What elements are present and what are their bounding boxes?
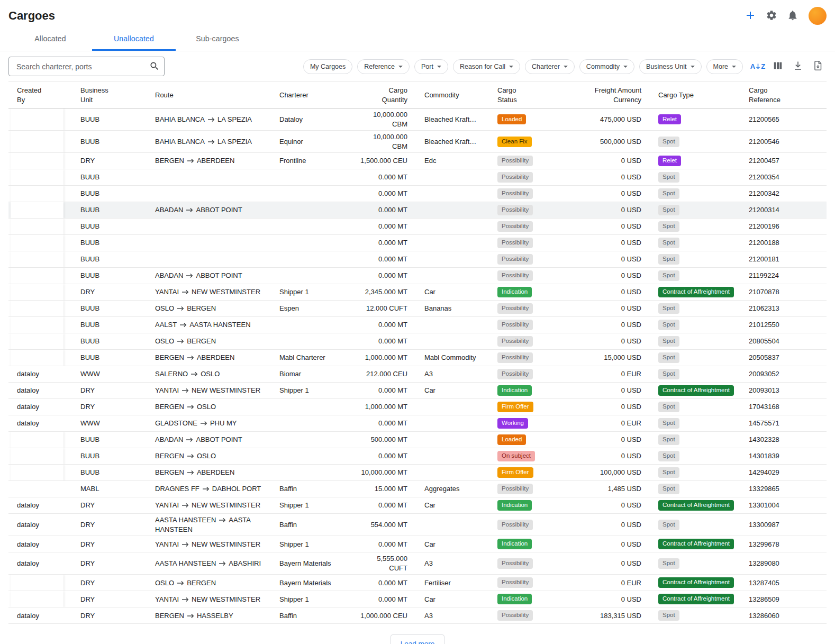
cell-business-unit: DRY [72, 153, 147, 169]
column-header-created-by[interactable]: CreatedBy [8, 82, 72, 108]
user-avatar[interactable] [809, 7, 827, 25]
cargo-type-badge: Spot [658, 238, 679, 248]
column-header-freight-amount-currency[interactable]: Freight AmountCurrency [567, 82, 650, 108]
table-row[interactable]: BUUB 0.000 MT Possibility 0 USD Spot 212… [8, 219, 827, 235]
cell-commodity: Bleached Kraft… [416, 108, 489, 131]
tab-allocated[interactable]: Allocated [8, 28, 92, 51]
cell-cargo-reference: 13289080 [740, 552, 827, 575]
cell-charterer [271, 448, 352, 465]
cargo-status-badge: Possibility [497, 205, 533, 215]
table-row[interactable]: BUUB 0.000 MT Possibility 0 USD Spot 212… [8, 169, 827, 186]
download-button[interactable] [789, 58, 806, 75]
table-row[interactable]: BUUB AALSTAASTA HANSTEEN 0.000 MT Possib… [8, 317, 827, 333]
filter-chip-reference[interactable]: Reference [357, 59, 410, 74]
filter-chip-port[interactable]: Port [414, 59, 448, 74]
filter-chip-commodity[interactable]: Commodity [579, 59, 634, 74]
table-row[interactable]: BUUB BERGENOSLO 0.000 MT On subject 0 US… [8, 448, 827, 465]
settings-button[interactable] [762, 6, 781, 25]
table-row[interactable]: DRY BERGENABERDEEN Frontline 1,500.000 C… [8, 153, 827, 169]
column-header-cargo-reference[interactable]: CargoReference [740, 82, 827, 108]
table-row[interactable]: dataloy WWW GLADSTONEPHU MY 0.000 MT Wor… [8, 415, 827, 432]
column-header-charterer[interactable]: Charterer [271, 82, 352, 108]
export-button[interactable] [810, 58, 827, 75]
cell-freight-amount: 1,485 USD [567, 481, 650, 497]
cell-charterer: Baffin [271, 607, 352, 624]
table-row[interactable]: BUUB 0.000 MT Possibility 0 USD Spot 212… [8, 235, 827, 251]
column-header-route[interactable]: Route [147, 82, 271, 108]
search-input[interactable] [8, 57, 165, 76]
table-row[interactable]: dataloy DRY AASTA HANSTEENAASTA HANSTEEN… [8, 514, 827, 536]
table-row[interactable]: BUUB BAHIA BLANCALA SPEZIA Dataloy 10,00… [8, 108, 827, 131]
cell-cargo-reference: 14301839 [740, 448, 827, 465]
table-row[interactable]: BUUB BERGENABERDEEN Mabl Charterer 1,000… [8, 350, 827, 366]
cell-freight-amount: 0 USD [567, 169, 650, 186]
cell-created-by [8, 153, 72, 169]
cell-cargo-status: Loaded [489, 108, 567, 131]
tab-unallocated[interactable]: Unallocated [92, 28, 176, 51]
table-row[interactable]: BUUB ABADANABBOT POINT 0.000 MT Possibil… [8, 202, 827, 219]
column-header-cargo-quantity[interactable]: CargoQuantity [352, 82, 416, 108]
cell-created-by [8, 186, 72, 202]
search-icon[interactable] [149, 61, 160, 71]
cargo-status-badge: Possibility [497, 188, 533, 199]
table-row[interactable]: dataloy DRY YANTAINEW WESTMINSTER Shippe… [8, 383, 827, 399]
cell-cargo-quantity: 10,000.000 CBM [352, 131, 416, 153]
table-row[interactable]: BUUB 0.000 MT Possibility 0 USD Spot 212… [8, 251, 827, 268]
route-origin: BAHIA BLANCA [155, 115, 205, 123]
add-button[interactable] [741, 6, 760, 25]
cell-route: SALERNOOSLO [147, 366, 271, 383]
sort-button[interactable]: AZ [749, 58, 766, 75]
cell-cargo-type: Spot [650, 301, 740, 317]
filter-chip-charterer[interactable]: Charterer [525, 59, 575, 74]
notifications-button[interactable] [783, 6, 802, 25]
cell-route: ABADANABBOT POINT [147, 268, 271, 284]
cargo-type-badge: Relet [658, 114, 681, 125]
cell-route [147, 169, 271, 186]
table-row[interactable]: dataloy DRY YANTAINEW WESTMINSTER Shippe… [8, 497, 827, 514]
cell-business-unit: DRY [72, 383, 147, 399]
filter-chip-my-cargoes[interactable]: My Cargoes [303, 59, 352, 74]
toolbar: My Cargoes Reference Port Reason for Cal… [0, 51, 835, 80]
filter-chip-more[interactable]: More [706, 59, 743, 74]
filter-chip-business-unit[interactable]: Business Unit [639, 59, 701, 74]
table-row[interactable]: dataloy DRY BERGENOSLO 1,000.000 MT Firm… [8, 399, 827, 415]
table-row[interactable]: DRY YANTAINEW WESTMINSTER Shipper 1 0.00… [8, 591, 827, 607]
cell-commodity [416, 514, 489, 536]
cell-cargo-status: Indication [489, 383, 567, 399]
table-row[interactable]: DRY YANTAINEW WESTMINSTER Shipper 1 2,34… [8, 284, 827, 301]
cell-route [147, 219, 271, 235]
table-row[interactable]: MABL DRAGNES FFDABHOL PORT Baffin 15.000… [8, 481, 827, 497]
table-row[interactable]: BUUB ABADANABBOT POINT 0.000 MT Possibil… [8, 268, 827, 284]
cell-charterer: Baffin [271, 514, 352, 536]
cell-charterer [271, 202, 352, 219]
table-row[interactable]: BUUB BERGENABERDEEN 10,000.000 MT Firm O… [8, 465, 827, 481]
filter-chip-reason-for-call[interactable]: Reason for Call [453, 59, 520, 74]
table-row[interactable]: BUUB BAHIA BLANCALA SPEZIA Equinor 10,00… [8, 131, 827, 153]
table-row[interactable]: dataloy DRY AASTA HANSTEENABASHIRI Bayer… [8, 552, 827, 575]
cell-business-unit: WWW [72, 366, 147, 383]
table-row[interactable]: BUUB OSLOBERGEN Espen 12.000 CUFT Banana… [8, 301, 827, 317]
route-origin: SALERNO [155, 370, 188, 378]
cargo-type-badge: Spot [658, 418, 679, 429]
cargo-type-badge: Spot [658, 467, 679, 478]
column-header-cargo-status[interactable]: CargoStatus [489, 82, 567, 108]
table-row[interactable]: BUUB 0.000 MT Possibility 0 USD Spot 212… [8, 186, 827, 202]
column-header-business-unit[interactable]: BusinessUnit [72, 82, 147, 108]
table-row[interactable]: dataloy WWW SALERNOOSLO Biomar 212.000 C… [8, 366, 827, 383]
cell-cargo-status: Possibility [489, 186, 567, 202]
table-row[interactable]: BUUB OSLOBERGEN 0.000 MT Possibility 0 U… [8, 333, 827, 350]
table-row[interactable]: DRY OSLOBERGEN Bayern Materials 0.000 MT… [8, 575, 827, 591]
load-more-button[interactable]: Load more [391, 634, 445, 644]
column-header-commodity[interactable]: Commodity [416, 82, 489, 108]
route-destination: BERGEN [187, 337, 216, 345]
column-header-cargo-type[interactable]: Cargo Type [650, 82, 740, 108]
table-row[interactable]: dataloy DRY BERGENHASSELBY Baffin 1,000.… [8, 607, 827, 624]
cell-commodity: Bleached Kraft… [416, 131, 489, 153]
columns-button[interactable] [769, 58, 786, 75]
cell-cargo-quantity: 0.000 MT [352, 591, 416, 607]
sort-alphabetical-icon: AZ [750, 62, 765, 70]
table-row[interactable]: dataloy DRY YANTAINEW WESTMINSTER Shippe… [8, 536, 827, 552]
table-row[interactable]: BUUB ABADANABBOT POINT 500.000 MT Loaded… [8, 432, 827, 448]
cell-cargo-status: Loaded [489, 432, 567, 448]
tab-sub-cargoes[interactable]: Sub-cargoes [176, 28, 259, 51]
